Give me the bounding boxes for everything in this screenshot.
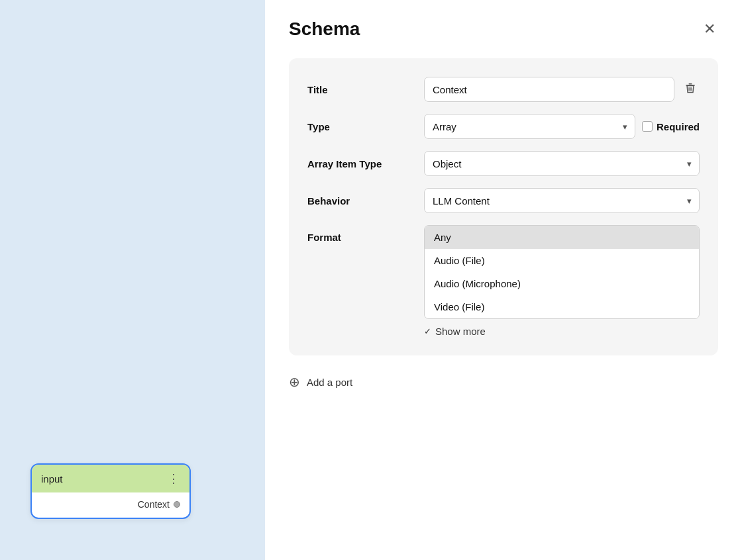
- node-menu-icon[interactable]: ⋮: [168, 471, 180, 486]
- behavior-row: Behavior None LLM Content Image File ▾: [307, 188, 700, 213]
- behavior-label: Behavior: [307, 195, 413, 207]
- format-option-video-file[interactable]: Video (File): [425, 295, 699, 318]
- type-control: String Number Boolean Array Object ▾ Req…: [424, 114, 700, 139]
- array-item-type-label: Array Item Type: [307, 158, 413, 169]
- array-item-type-row: Array Item Type String Number Boolean Ar…: [307, 151, 700, 176]
- required-wrap: Required: [642, 121, 700, 132]
- behavior-control: None LLM Content Image File ▾: [424, 188, 700, 213]
- show-more-label: Show more: [435, 326, 486, 337]
- add-port-label: Add a port: [307, 377, 352, 388]
- left-panel: input ⋮ Context: [0, 0, 265, 560]
- node-body: Context: [32, 492, 189, 518]
- format-option-audio-microphone[interactable]: Audio (Microphone): [425, 272, 699, 295]
- format-right: Any Audio (File) Audio (Microphone) Vide…: [424, 225, 700, 337]
- close-button[interactable]: ✕: [701, 19, 718, 39]
- format-row: Format Any Audio (File) Audio (Microphon…: [307, 225, 700, 337]
- type-row: Type String Number Boolean Array Object …: [307, 114, 700, 139]
- title-row: Title: [307, 77, 700, 102]
- show-more-row[interactable]: ✓ Show more: [424, 326, 700, 337]
- panel-title: Schema: [289, 19, 360, 40]
- type-select-wrap: String Number Boolean Array Object ▾: [424, 114, 635, 139]
- delete-button[interactable]: [681, 79, 700, 101]
- title-label: Title: [307, 84, 413, 95]
- right-panel: Schema ✕ Title: [265, 0, 742, 560]
- required-checkbox[interactable]: [642, 121, 653, 132]
- panel-header: Schema ✕: [289, 19, 718, 40]
- behavior-select-wrap: None LLM Content Image File ▾: [424, 188, 700, 213]
- title-control: [424, 77, 700, 102]
- format-option-audio-file[interactable]: Audio (File): [425, 249, 699, 272]
- schema-card: Title Type: [289, 58, 718, 355]
- node-header: input ⋮: [32, 465, 189, 492]
- title-input[interactable]: [424, 77, 674, 102]
- type-select[interactable]: String Number Boolean Array Object: [424, 114, 635, 139]
- node-port-label: Context: [138, 499, 170, 510]
- array-item-type-select[interactable]: String Number Boolean Array Object: [424, 151, 700, 176]
- show-more-chevron-icon: ✓: [424, 326, 431, 336]
- node-title: input: [41, 473, 63, 485]
- node-card[interactable]: input ⋮ Context: [30, 463, 191, 519]
- format-dropdown-list: Any Audio (File) Audio (Microphone) Vide…: [424, 225, 700, 319]
- format-option-any[interactable]: Any: [425, 226, 699, 249]
- array-item-type-select-wrap: String Number Boolean Array Object ▾: [424, 151, 700, 176]
- add-port-icon: ⊕: [289, 374, 300, 390]
- behavior-select[interactable]: None LLM Content Image File: [424, 188, 700, 213]
- array-item-type-control: String Number Boolean Array Object ▾: [424, 151, 700, 176]
- format-label: Format: [307, 225, 413, 243]
- add-port-row[interactable]: ⊕ Add a port: [289, 371, 718, 393]
- type-label: Type: [307, 121, 413, 132]
- svg-rect-1: [689, 83, 692, 85]
- port-dot[interactable]: [174, 501, 180, 508]
- required-label: Required: [657, 121, 700, 132]
